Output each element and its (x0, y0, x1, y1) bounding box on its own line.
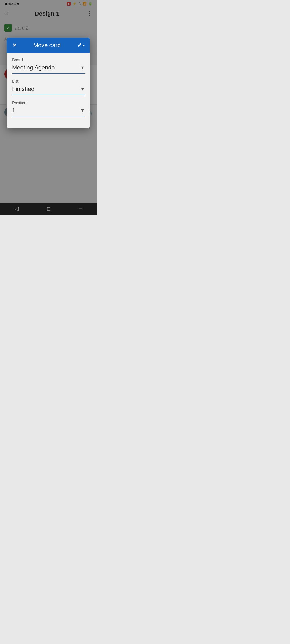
list-label: List (12, 79, 85, 83)
modal-close-button[interactable]: ✕ (12, 42, 17, 49)
modal-title: Move card (17, 42, 77, 49)
position-label: Position (12, 100, 85, 105)
home-button[interactable]: □ (47, 206, 50, 212)
back-button[interactable]: ◁ (15, 206, 19, 212)
position-dropdown-icon: ▼ (80, 108, 85, 113)
nav-bar: ◁ □ ≡ (0, 203, 97, 215)
modal-header: ✕ Move card ✓ ➤ (7, 38, 90, 53)
modal-confirm-icon: ✓ (77, 42, 82, 49)
modal-body: Board Meeting Agenda ▼ List Finished ▼ P… (7, 53, 90, 128)
list-dropdown-icon: ▼ (80, 87, 85, 92)
modal-overlay: ✕ Move card ✓ ➤ Board Meeting Agenda ▼ L… (0, 0, 97, 203)
board-value: Meeting Agenda (12, 64, 55, 71)
board-select[interactable]: Meeting Agenda ▼ (12, 64, 85, 74)
board-label: Board (12, 57, 85, 62)
position-value: 1 (12, 107, 15, 114)
menu-button[interactable]: ≡ (79, 206, 82, 212)
modal-confirm-button[interactable]: ✓ ➤ (77, 42, 85, 49)
position-select[interactable]: 1 ▼ (12, 107, 85, 116)
list-value: Finished (12, 86, 34, 93)
board-dropdown-icon: ▼ (80, 65, 85, 70)
move-card-modal: ✕ Move card ✓ ➤ Board Meeting Agenda ▼ L… (7, 38, 90, 128)
list-select[interactable]: Finished ▼ (12, 86, 85, 95)
